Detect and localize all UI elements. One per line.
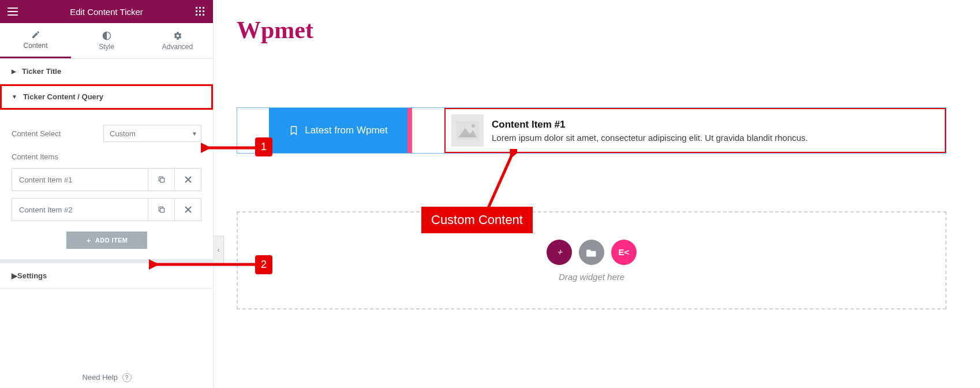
apps-icon[interactable] xyxy=(193,5,207,18)
annotation-number-2: 2 xyxy=(255,255,272,274)
drop-hint: Drag widget here xyxy=(559,272,624,282)
panel-title: Edit Content Ticker xyxy=(70,7,143,17)
svg-rect-8 xyxy=(203,14,204,16)
ticker-texts: Content Item #1 Lorem ipsum dolor sit am… xyxy=(492,119,808,143)
gear-icon xyxy=(173,31,182,40)
add-item-button[interactable]: ＋ ADD ITEM xyxy=(66,232,147,249)
remove-button[interactable] xyxy=(174,199,201,221)
ticker-badge-text: Latest from Wpmet xyxy=(305,125,388,136)
svg-rect-5 xyxy=(203,10,204,12)
svg-rect-0 xyxy=(196,7,197,9)
elementskit-button[interactable]: E< xyxy=(611,240,637,265)
content-item-desc: Lorem ipsum dolor sit amet, consectetur … xyxy=(492,133,808,143)
select-value: Custom xyxy=(110,129,136,138)
page-title: Wpmet xyxy=(237,16,963,44)
content-item-title: Content Item #1 xyxy=(492,119,808,130)
menu-icon[interactable] xyxy=(6,5,20,18)
ticker-content-controls: Content Select Custom ▼ Content Items Co… xyxy=(0,110,213,259)
section-settings[interactable]: ▶ Settings xyxy=(0,259,213,289)
ticker-accent xyxy=(407,108,412,153)
ticker-badge: Latest from Wpmet xyxy=(269,108,407,153)
svg-rect-2 xyxy=(203,7,204,9)
pencil-icon xyxy=(31,30,40,39)
chevron-right-icon: ▶ xyxy=(12,271,17,280)
editor-panel: Edit Content Ticker Content Style Advanc… xyxy=(0,0,214,388)
chevron-down-icon: ▼ xyxy=(192,130,197,137)
folder-icon xyxy=(586,248,597,257)
add-section-button[interactable]: ＋ xyxy=(547,240,572,265)
section-ticker-content[interactable]: ▼ Ticker Content / Query xyxy=(0,84,213,110)
preview-canvas: Wpmet Latest from Wpmet Content Item #1 … xyxy=(225,0,980,388)
add-item-label: ADD ITEM xyxy=(95,237,128,244)
svg-rect-7 xyxy=(199,14,201,16)
section-label: Settings xyxy=(17,271,47,280)
annotation-callout: Custom Content xyxy=(421,207,533,233)
template-library-button[interactable] xyxy=(579,240,604,265)
plus-icon: ＋ xyxy=(555,247,564,258)
add-widget-icons: ＋ E< xyxy=(547,240,637,265)
bookmark-icon xyxy=(289,125,299,136)
image-placeholder-icon xyxy=(451,114,484,147)
svg-point-12 xyxy=(472,124,475,128)
close-icon xyxy=(185,176,192,183)
content-select-label: Content Select xyxy=(12,129,61,138)
list-item[interactable]: Content Item #1 xyxy=(12,168,201,191)
tab-label: Style xyxy=(99,43,114,51)
list-item[interactable]: Content Item #2 xyxy=(12,198,201,221)
help-icon: ? xyxy=(122,373,132,382)
section-label: Ticker Content / Query xyxy=(23,92,103,101)
chevron-right-icon: ▶ xyxy=(12,68,16,74)
need-help-label: Need Help xyxy=(82,373,117,382)
svg-rect-6 xyxy=(196,14,197,16)
collapse-panel-button[interactable]: ‹ xyxy=(214,236,224,264)
section-label: Ticker Title xyxy=(22,67,61,76)
content-items-label: Content Items xyxy=(12,152,201,161)
duplicate-button[interactable] xyxy=(148,199,174,221)
contrast-icon xyxy=(102,31,111,40)
panel-header: Edit Content Ticker xyxy=(0,0,213,23)
copy-icon xyxy=(158,206,166,214)
tab-style[interactable]: Style xyxy=(71,23,142,58)
svg-rect-3 xyxy=(196,10,197,12)
need-help[interactable]: Need Help ? xyxy=(0,373,214,383)
remove-button[interactable] xyxy=(174,169,201,191)
annotation-number-1: 1 xyxy=(255,137,272,156)
panel-tabs: Content Style Advanced xyxy=(0,23,213,59)
item-label: Content Item #2 xyxy=(12,199,148,221)
content-ticker-widget[interactable]: Latest from Wpmet Content Item #1 Lorem … xyxy=(237,107,947,154)
tab-label: Content xyxy=(23,42,47,50)
duplicate-button[interactable] xyxy=(148,169,174,191)
item-label: Content Item #1 xyxy=(12,169,148,191)
copy-icon xyxy=(158,176,166,184)
tab-label: Advanced xyxy=(162,43,193,51)
ek-icon: E< xyxy=(619,247,630,257)
svg-rect-4 xyxy=(199,10,201,12)
section-ticker-title[interactable]: ▶ Ticker Title xyxy=(0,59,213,84)
close-icon xyxy=(185,206,192,213)
svg-rect-1 xyxy=(199,7,201,9)
chevron-down-icon: ▼ xyxy=(12,94,17,100)
content-select-dropdown[interactable]: Custom ▼ xyxy=(103,125,201,142)
ticker-content-item[interactable]: Content Item #1 Lorem ipsum dolor sit am… xyxy=(444,108,946,153)
plus-icon: ＋ xyxy=(85,236,92,245)
tab-content[interactable]: Content xyxy=(0,23,71,58)
widget-dropzone[interactable]: ＋ E< Drag widget here xyxy=(237,211,947,309)
tab-advanced[interactable]: Advanced xyxy=(142,23,213,58)
